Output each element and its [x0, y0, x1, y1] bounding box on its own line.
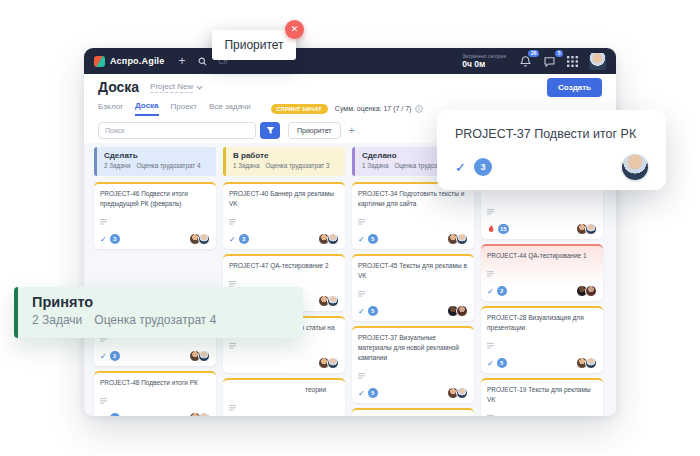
fire-icon [487, 224, 495, 234]
accepted-estimate: Оценка трудозатрат 4 [94, 313, 216, 327]
user-avatar[interactable] [589, 53, 606, 70]
priority-tooltip-label: Приоритет [224, 38, 283, 52]
estimate-badge: 3 [239, 234, 249, 244]
estimate-badge: 5 [497, 358, 507, 368]
task-card[interactable]: PROJECT-19 Тексты для рекламы VK✓5 [481, 378, 603, 416]
close-icon[interactable]: ✕ [285, 20, 304, 39]
column-estimate: Оценка трудозатрат 4 [136, 162, 200, 169]
assignee-avatar [622, 154, 648, 180]
task-card[interactable]: PROJECT-45 Тексты для рекламы в VK✓5 [352, 254, 474, 321]
task-card[interactable]: теории✓3 [223, 378, 345, 416]
tab-board[interactable]: Доска [135, 101, 158, 116]
assignee-avatars [189, 233, 210, 245]
search-input[interactable] [98, 122, 256, 139]
page-header: Доска Project New Создать [84, 74, 616, 100]
estimate-badge: 2 [110, 351, 120, 361]
column-task-count: 1 Задача [233, 162, 259, 169]
priority-tooltip: Приоритет ✕ [212, 30, 296, 60]
task-card[interactable]: PROJECT-48 Подвести итоги РК✓3 [94, 371, 216, 416]
task-meta: ✓3 [229, 233, 339, 245]
messages-button[interactable]: 5 [543, 55, 556, 68]
description-icon-row [358, 365, 468, 383]
assignee-avatars [447, 233, 468, 245]
assignee-avatars [318, 295, 339, 307]
check-icon: ✓ [100, 414, 107, 416]
estimate-badge: 5 [368, 234, 378, 244]
task-card[interactable]: PROJECT-23 Итоги РК✓5 [352, 408, 474, 416]
task-card[interactable]: PROJECT-28 Визуализация для презентации✓… [481, 306, 603, 373]
description-icon-row [487, 335, 597, 353]
add-icon[interactable]: + [179, 55, 186, 67]
task-title: PROJECT-23 Итоги РК [358, 415, 468, 416]
description-icon [358, 219, 365, 225]
description-icon-row [487, 263, 597, 281]
apps-grid-button[interactable] [567, 56, 578, 67]
notifications-badge: 26 [528, 50, 539, 58]
priority-filter-chip[interactable]: Приоритет [288, 122, 341, 139]
page-title: Доска [98, 79, 139, 95]
estimate-badge: 5 [368, 388, 378, 398]
board-column: Сделать2 ЗадачиОценка трудозатрат 4PROJE… [94, 147, 216, 416]
assignee-avatars [318, 357, 339, 369]
description-icon [487, 415, 494, 416]
notifications-button[interactable]: 26 [519, 55, 532, 68]
estimate-badge: 3 [474, 158, 492, 176]
task-meta: ✓5 [358, 387, 468, 399]
task-meta: ✓5 [487, 357, 597, 369]
search-icon[interactable] [198, 57, 207, 66]
filter-button[interactable] [260, 122, 280, 139]
description-icon-row [358, 211, 468, 229]
check-icon: ✓ [358, 307, 365, 316]
time-tracker: Затрачено сегодня 0ч 0м [462, 53, 506, 69]
check-icon: ✓ [455, 160, 466, 175]
task-meta: 15 [487, 223, 597, 235]
task-card[interactable]: PROJECT-46 Подвести итоги предыдущей РК … [94, 182, 216, 249]
task-title: PROJECT-47 QA-тестирование 2 [229, 261, 339, 271]
task-card[interactable]: PROJECT-34 Подготовить тексты и картинки… [352, 182, 474, 249]
accepted-task-count: 2 Задачи [32, 313, 82, 327]
description-icon [358, 291, 365, 297]
column-title: Сделать [104, 151, 209, 160]
column-header[interactable]: Сделать2 ЗадачиОценка трудозатрат 4 [94, 147, 216, 176]
sprint-summary: Сумм. оценка: 17 (7 / 7) [335, 105, 412, 112]
task-title: PROJECT-44 QA-тестирование 1 [487, 251, 597, 261]
messages-badge: 5 [555, 50, 563, 58]
board-column: В работе1 ЗадачаОценка трудозатрат 3PROJ… [223, 147, 345, 416]
create-button[interactable]: Создать [547, 78, 602, 97]
funnel-icon [266, 126, 275, 135]
tab-project[interactable]: Проект [171, 102, 197, 115]
assignee-avatars [576, 357, 597, 369]
task-popup-title: PROJECT-37 Подвести итог РК [455, 127, 648, 141]
task-card[interactable]: PROJECT-40 Баннер для рекламы VK✓3 [223, 182, 345, 249]
tab-backlog[interactable]: Бэклог [98, 102, 123, 115]
info-icon[interactable] [415, 105, 423, 113]
column-task-count: 2 Задачи [104, 162, 130, 169]
task-meta: ✓5 [358, 233, 468, 245]
avatar [456, 233, 468, 245]
tab-all-tasks[interactable]: Все задачи [209, 102, 251, 115]
time-value: 0ч 0м [462, 59, 506, 69]
column-estimate: Оценка трудозатрат 3 [265, 162, 329, 169]
board-select[interactable]: Project New [150, 82, 203, 93]
column-header[interactable]: В работе1 ЗадачаОценка трудозатрат 3 [223, 147, 345, 176]
check-icon: ✓ [100, 352, 107, 361]
chevron-down-icon [196, 85, 203, 90]
task-card[interactable]: PROJECT-37 Визуальные материалы для ново… [352, 326, 474, 403]
task-meta: ✓2 [487, 285, 597, 297]
add-filter-button[interactable]: + [349, 124, 355, 136]
accepted-meta: 2 Задачи Оценка трудозатрат 4 [32, 313, 303, 327]
accepted-title: Принято [32, 294, 303, 310]
description-icon [100, 398, 107, 404]
task-popup-meta: ✓ 3 [455, 154, 648, 180]
task-title: PROJECT-48 Подвести итоги РК [100, 378, 210, 388]
app-name: Аспро.Agile [110, 56, 165, 66]
task-popup-card[interactable]: PROJECT-37 Подвести итог РК ✓ 3 [437, 110, 666, 190]
description-icon [229, 405, 236, 411]
avatar [456, 387, 468, 399]
check-icon: ✓ [358, 389, 365, 398]
task-card[interactable]: 15 [481, 182, 603, 239]
app-window: Аспро.Agile + Сп Затрачено сегодня 0ч 0м… [84, 48, 616, 416]
task-card[interactable]: PROJECT-44 QA-тестирование 1✓2 [481, 244, 603, 301]
estimate-badge: 2 [497, 286, 507, 296]
task-title: PROJECT-34 Подготовить тексты и картинки… [358, 189, 468, 209]
